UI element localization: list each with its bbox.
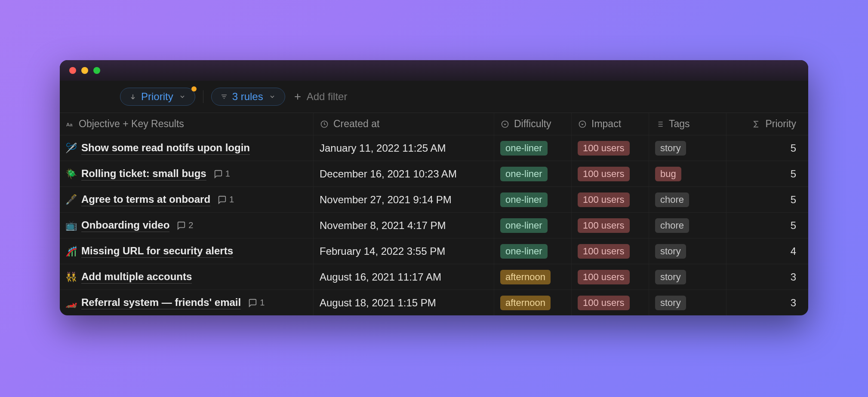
column-header-tags[interactable]: Tags [649,113,726,135]
tags-cell[interactable]: story [649,290,726,315]
impact-cell[interactable]: 100 users [572,135,649,161]
column-impact-label: Impact [591,118,621,130]
created-at-value: December 16, 2021 10:23 AM [320,168,457,180]
created-at-value: August 16, 2021 11:17 AM [320,271,441,283]
window-zoom-button[interactable] [93,67,100,74]
filter-icon [219,92,229,101]
select-icon [578,119,587,129]
table-row[interactable]: 🪲Rolling ticket: small bugs1December 16,… [60,161,808,186]
created-at-cell: December 16, 2021 10:23 AM [314,161,494,186]
toolbar: Priority 3 rules Add filter [60,81,808,113]
select-icon [500,119,510,129]
tag-badge: bug [655,167,681,181]
title-cell[interactable]: 🪲Rolling ticket: small bugs1 [60,161,314,186]
difficulty-badge: afternoon [500,296,551,310]
difficulty-cell[interactable]: afternoon [494,264,572,290]
column-created-at-label: Created at [333,118,379,130]
title-cell[interactable]: 📺Onboarding video2 [60,213,314,238]
priority-cell: 3 [726,264,808,290]
tag-badge: story [655,244,686,259]
title-cell[interactable]: 🏎️Referral system — friends' email1 [60,290,314,315]
clock-icon [320,119,329,129]
table-row[interactable]: 📺Onboarding video2November 8, 2021 4:17 … [60,212,808,238]
row-title[interactable]: Onboarding video [81,219,169,232]
tags-cell[interactable]: story [649,264,726,290]
table-row[interactable]: 👯Add multiple accountsAugust 16, 2021 11… [60,264,808,290]
data-table: Aa Objective + Key Results Created at Di… [60,113,808,315]
row-emoji-icon: 🏎️ [65,297,77,308]
tag-badge: story [655,270,686,284]
comment-count[interactable]: 1 [217,195,234,205]
row-title[interactable]: Missing URL for security alerts [81,245,233,258]
impact-cell[interactable]: 100 users [572,290,649,315]
created-at-cell: November 27, 2021 9:14 PM [314,187,494,212]
row-title[interactable]: Agree to terms at onboard [81,193,210,206]
impact-badge: 100 users [578,296,630,310]
rules-pill[interactable]: 3 rules [211,88,285,106]
add-filter-button[interactable]: Add filter [293,91,348,103]
row-title[interactable]: Referral system — friends' email [81,296,241,309]
comment-count-value: 1 [225,169,230,179]
impact-cell[interactable]: 100 users [572,187,649,212]
row-title[interactable]: Rolling ticket: small bugs [81,168,206,180]
created-at-value: November 8, 2021 4:17 PM [320,220,446,232]
row-title[interactable]: Show some read notifs upon login [81,142,250,155]
priority-cell: 3 [726,290,808,315]
rules-label: 3 rules [232,91,263,103]
difficulty-cell[interactable]: one-liner [494,161,572,186]
table-row[interactable]: 🎢Missing URL for security alertsFebruary… [60,238,808,264]
impact-cell[interactable]: 100 users [572,213,649,238]
created-at-value: February 14, 2022 3:55 PM [320,245,445,257]
comment-count-value: 1 [229,195,234,205]
difficulty-cell[interactable]: one-liner [494,238,572,264]
tags-cell[interactable]: bug [649,161,726,186]
table-row[interactable]: 🖋️Agree to terms at onboard1November 27,… [60,186,808,212]
column-header-difficulty[interactable]: Difficulty [494,113,572,135]
chevron-down-icon [178,92,187,101]
priority-value: 4 [791,245,796,257]
column-header-priority[interactable]: Priority [726,113,808,135]
difficulty-cell[interactable]: afternoon [494,290,572,315]
title-cell[interactable]: 🪡Show some read notifs upon login [60,135,314,161]
sort-pill[interactable]: Priority [120,88,195,106]
table-row[interactable]: 🏎️Referral system — friends' email1Augus… [60,290,808,315]
tag-badge: story [655,296,686,310]
title-cell[interactable]: 👯Add multiple accounts [60,264,314,290]
tags-cell[interactable]: chore [649,213,726,238]
created-at-cell: February 14, 2022 3:55 PM [314,238,494,264]
impact-badge: 100 users [578,244,630,259]
impact-cell[interactable]: 100 users [572,264,649,290]
impact-cell[interactable]: 100 users [572,238,649,264]
difficulty-cell[interactable]: one-liner [494,187,572,212]
title-cell[interactable]: 🎢Missing URL for security alerts [60,238,314,264]
window-minimize-button[interactable] [81,67,88,74]
difficulty-cell[interactable]: one-liner [494,135,572,161]
row-emoji-icon: 📺 [65,220,77,231]
column-header-created-at[interactable]: Created at [314,113,494,135]
priority-value: 3 [791,271,796,283]
difficulty-badge: one-liner [500,244,548,259]
comment-count[interactable]: 1 [213,169,230,179]
priority-value: 3 [791,297,796,309]
difficulty-badge: one-liner [500,141,548,156]
impact-cell[interactable]: 100 users [572,161,649,186]
column-header-impact[interactable]: Impact [572,113,649,135]
difficulty-badge: one-liner [500,218,548,233]
title-cell[interactable]: 🖋️Agree to terms at onboard1 [60,187,314,212]
comment-count[interactable]: 2 [176,220,193,230]
arrow-down-icon [128,92,138,101]
difficulty-cell[interactable]: one-liner [494,213,572,238]
tags-cell[interactable]: story [649,135,726,161]
table-row[interactable]: 🪡Show some read notifs upon loginJanuary… [60,135,808,161]
comment-count[interactable]: 1 [248,298,265,308]
row-emoji-icon: 🖋️ [65,194,77,205]
window-close-button[interactable] [69,67,76,74]
row-title[interactable]: Add multiple accounts [81,271,192,284]
chevron-down-icon [268,92,277,101]
impact-badge: 100 users [578,141,630,156]
tags-cell[interactable]: story [649,238,726,264]
impact-badge: 100 users [578,192,630,207]
column-header-title[interactable]: Aa Objective + Key Results [60,113,314,135]
titlebar [60,60,808,81]
tags-cell[interactable]: chore [649,187,726,212]
